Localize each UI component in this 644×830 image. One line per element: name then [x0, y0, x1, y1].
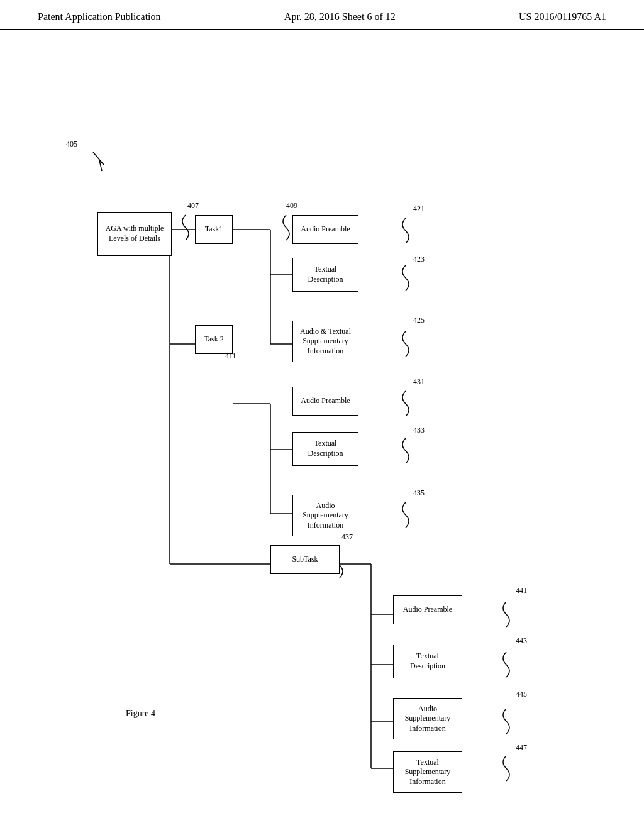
box-task2: Task 2 — [195, 325, 233, 354]
box-audio-supp-2: Audio Supplementary Information — [292, 495, 358, 536]
box-aga: AGA with multiple Levels of Details — [97, 212, 172, 256]
box-audio-preamble-1: Audio Preamble — [292, 215, 358, 244]
header-right: US 2016/0119765 A1 — [519, 11, 606, 23]
box-audio-preamble-2: Audio Preamble — [292, 387, 358, 416]
label-411: 411 — [225, 351, 236, 361]
label-407: 407 — [187, 201, 199, 211]
page-header: Patent Application Publication Apr. 28, … — [0, 0, 644, 30]
label-405: 405 — [66, 140, 77, 149]
label-431: 431 — [413, 377, 425, 387]
box-textual-supp-3: Textual Supplementary Information — [393, 751, 462, 793]
box-audio-supp-3: Audio Supplementary Information — [393, 698, 462, 739]
label-433: 433 — [413, 426, 425, 435]
label-437: 437 — [341, 533, 353, 542]
label-443: 443 — [516, 636, 527, 646]
diagram-area: 405 407 AGA with multiple Levels of Deta… — [0, 30, 644, 784]
label-447: 447 — [516, 743, 527, 753]
box-audio-textual-supp: Audio & Textual Supplementary Informatio… — [292, 321, 358, 362]
figure-label: Figure 4 — [126, 709, 155, 719]
box-subtask: SubTask — [270, 545, 340, 574]
header-left: Patent Application Publication — [38, 11, 161, 23]
label-421: 421 — [413, 204, 425, 214]
label-409: 409 — [286, 201, 297, 211]
box-task1: Task1 — [195, 215, 233, 244]
label-445: 445 — [516, 690, 527, 699]
label-435: 435 — [413, 489, 425, 498]
box-textual-desc-1: Textual Description — [292, 258, 358, 292]
header-center: Apr. 28, 2016 Sheet 6 of 12 — [284, 11, 396, 23]
label-423: 423 — [413, 255, 425, 264]
label-441: 441 — [516, 586, 527, 595]
box-audio-preamble-3: Audio Preamble — [393, 595, 462, 624]
box-textual-desc-2: Textual Description — [292, 432, 358, 466]
label-425: 425 — [413, 316, 425, 325]
box-textual-desc-3: Textual Description — [393, 645, 462, 678]
